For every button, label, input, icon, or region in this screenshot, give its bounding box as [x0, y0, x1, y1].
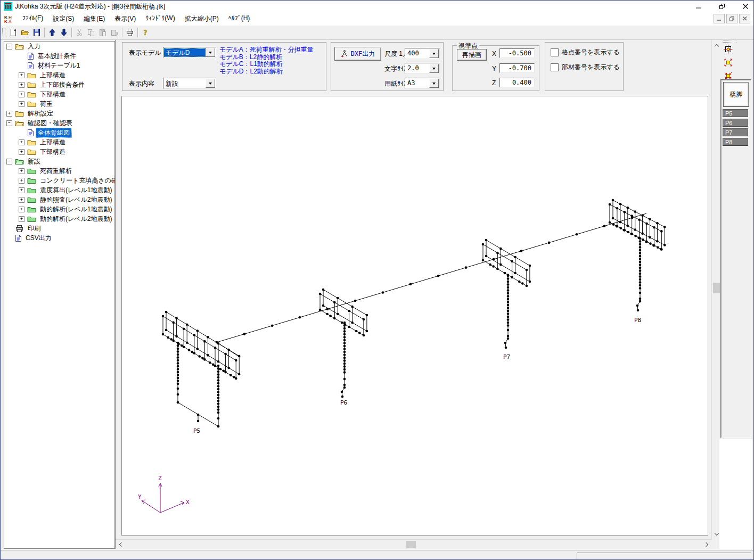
- redraw-button[interactable]: 再描画: [457, 49, 487, 61]
- combo-dropdown-icon[interactable]: [429, 64, 439, 73]
- menu-help[interactable]: ﾍﾙﾌﾟ(H): [224, 13, 255, 25]
- menu-edit[interactable]: 編集(E): [79, 13, 110, 25]
- tree-item-label[interactable]: 新設: [26, 157, 42, 166]
- toolbar-print-button[interactable]: [124, 27, 136, 38]
- tree-item-label[interactable]: 確認図・確認表: [26, 119, 74, 128]
- scale-combo[interactable]: 400: [405, 48, 440, 59]
- tree-item-label[interactable]: 動的解析(レベル1地震動): [38, 205, 114, 214]
- combo-dropdown-icon[interactable]: [429, 79, 439, 88]
- mdi-close-button[interactable]: [739, 14, 750, 23]
- restore-button[interactable]: [718, 3, 726, 10]
- minimize-button[interactable]: [695, 3, 702, 10]
- tree-item[interactable]: +上下部接合条件: [4, 80, 114, 89]
- pier-tab-P7[interactable]: P7: [723, 128, 748, 136]
- sight-z-field[interactable]: 0.400: [499, 78, 535, 87]
- tree-expand-toggle[interactable]: +: [19, 149, 24, 155]
- tree-expand-toggle[interactable]: +: [19, 72, 24, 78]
- tree-expand-toggle[interactable]: −: [6, 159, 12, 164]
- tree-expand-toggle[interactable]: +: [19, 139, 24, 145]
- toolbar-grip[interactable]: [2, 28, 5, 37]
- tree-expand-toggle[interactable]: +: [19, 178, 24, 184]
- sight-y-field[interactable]: -0.700: [499, 63, 535, 73]
- dxf-export-button[interactable]: DXF出力: [334, 47, 381, 61]
- tree-item-label[interactable]: 印刷: [26, 224, 42, 233]
- tree-item[interactable]: +動的解析(レベル2地震動): [4, 214, 114, 224]
- tree-item-label[interactable]: 下部構造: [38, 147, 67, 157]
- tree-item-label[interactable]: CSV出力: [24, 234, 53, 243]
- sight-x-field[interactable]: -0.500: [499, 48, 535, 58]
- drawing-canvas[interactable]: P5P6P7P8ZXY: [122, 96, 708, 535]
- tree-item-label[interactable]: コンクリート充填高さの確認: [38, 176, 115, 185]
- tree-item[interactable]: CSV出力: [4, 233, 114, 243]
- tree-item[interactable]: −新設: [4, 157, 114, 166]
- tree-item[interactable]: 材料テーブル1: [4, 61, 114, 70]
- tree-item-label[interactable]: 入力: [26, 42, 42, 51]
- menu-window[interactable]: ｳｨﾝﾄﾞｳ(W): [141, 13, 179, 25]
- menu-file[interactable]: ﾌｧｲﾙ(F): [18, 13, 48, 25]
- tree-item[interactable]: +静的照査(レベル2地震動): [4, 195, 114, 204]
- tree-item-label[interactable]: 震度算出(レベル1地震動): [38, 186, 114, 195]
- tree-item-label[interactable]: 死荷重解析: [38, 167, 73, 176]
- tree-item-label[interactable]: 荷重: [38, 100, 54, 109]
- pier-tab-P8[interactable]: P8: [723, 138, 748, 146]
- pier-mode-button[interactable]: 橋脚: [723, 82, 749, 107]
- tree-expand-toggle[interactable]: +: [19, 92, 24, 97]
- pane-splitter[interactable]: [115, 40, 116, 549]
- tree-item[interactable]: −確認図・確認表: [4, 118, 114, 128]
- tree-expand-toggle[interactable]: −: [6, 44, 12, 50]
- toolbar-new-button[interactable]: [7, 27, 19, 38]
- tree-item[interactable]: +下部構造: [4, 89, 114, 99]
- display-model-combo[interactable]: モデルD: [163, 47, 216, 58]
- tree-item[interactable]: +下部構造: [4, 147, 114, 157]
- combo-dropdown-icon[interactable]: [429, 49, 439, 58]
- tree-item-label[interactable]: 上下部接合条件: [38, 80, 86, 89]
- tree-item[interactable]: 全体骨組図: [4, 128, 114, 137]
- tree-item-label[interactable]: 上部構造: [38, 138, 67, 147]
- toolbar-up-button[interactable]: [46, 27, 58, 38]
- view-toolbar-grip[interactable]: [723, 40, 736, 43]
- tree-expand-toggle[interactable]: +: [19, 187, 24, 193]
- vscroll-thumb[interactable]: [713, 283, 720, 293]
- mdi-restore-button[interactable]: [726, 14, 737, 23]
- member-number-checkbox[interactable]: [551, 63, 559, 71]
- tree-expand-toggle[interactable]: +: [19, 168, 24, 174]
- tree-item[interactable]: +死荷重解析: [4, 166, 114, 176]
- tree-item-label[interactable]: 静的照査(レベル2地震動): [38, 195, 114, 204]
- tree-expand-toggle[interactable]: +: [19, 197, 24, 203]
- hscroll-thumb[interactable]: [406, 541, 416, 548]
- tree-item[interactable]: +上部構造: [4, 70, 114, 80]
- toolbar-down-button[interactable]: [58, 27, 70, 38]
- tree-expand-toggle[interactable]: +: [6, 111, 12, 117]
- tree-item-label[interactable]: 下部構造: [38, 90, 67, 99]
- toolbar-paste-button[interactable]: [97, 27, 109, 38]
- tree-expand-toggle[interactable]: +: [19, 82, 24, 88]
- tree-item[interactable]: +動的解析(レベル1地震動): [4, 204, 114, 214]
- pier-tab-P5[interactable]: P5: [723, 109, 748, 117]
- tree-item[interactable]: +震度算出(レベル1地震動): [4, 185, 114, 195]
- tree-item-label[interactable]: 解析設定: [26, 109, 55, 118]
- tree-item[interactable]: +上部構造: [4, 137, 114, 147]
- tree-item[interactable]: 印刷: [4, 224, 114, 233]
- tree-item[interactable]: +コンクリート充填高さの確認: [4, 176, 114, 185]
- tree-item[interactable]: −入力: [4, 42, 114, 51]
- scroll-left-button[interactable]: [117, 540, 125, 549]
- toolbar-paste-alt-button[interactable]: [109, 27, 120, 38]
- close-button[interactable]: [742, 3, 749, 10]
- tree-expand-toggle[interactable]: +: [19, 216, 24, 222]
- node-number-checkbox[interactable]: [551, 48, 559, 56]
- tree-expand-toggle[interactable]: +: [19, 207, 24, 212]
- menu-view[interactable]: 表示(V): [110, 13, 141, 25]
- tree-item-label[interactable]: 上部構造: [38, 71, 67, 80]
- char-size-combo[interactable]: 2.0: [405, 63, 440, 74]
- tree-item-label[interactable]: 動的解析(レベル2地震動): [38, 215, 114, 224]
- center-view-button[interactable]: [722, 43, 734, 55]
- scroll-right-button[interactable]: [702, 540, 711, 549]
- toolbar-help-button[interactable]: ?: [140, 27, 151, 38]
- toolbar-cut-button[interactable]: [73, 27, 85, 38]
- tree-expand-toggle[interactable]: −: [6, 120, 12, 126]
- tree-item-label-selected[interactable]: 全体骨組図: [36, 128, 71, 137]
- tree-item[interactable]: 基本設計条件: [4, 51, 114, 61]
- menu-settings[interactable]: 設定(S): [48, 13, 79, 25]
- toolbar-copy-button[interactable]: [85, 27, 97, 38]
- menu-zoom[interactable]: 拡大縮小(P): [180, 13, 224, 25]
